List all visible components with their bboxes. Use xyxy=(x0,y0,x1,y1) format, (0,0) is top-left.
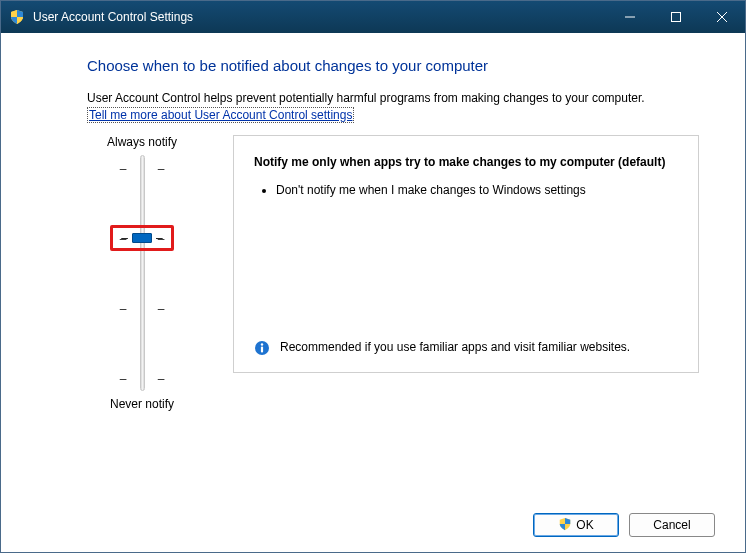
uac-shield-icon xyxy=(558,517,572,534)
svg-rect-6 xyxy=(261,346,263,352)
slider-track xyxy=(140,155,145,391)
maximize-button[interactable] xyxy=(653,1,699,33)
description-title: Notify me only when apps try to make cha… xyxy=(254,154,678,170)
slider-tick: –– xyxy=(119,373,165,385)
slider-top-label: Always notify xyxy=(107,135,177,149)
ok-button[interactable]: OK xyxy=(533,513,619,537)
svg-point-5 xyxy=(261,343,263,345)
minimize-button[interactable] xyxy=(607,1,653,33)
cancel-button[interactable]: Cancel xyxy=(629,513,715,537)
window-title: User Account Control Settings xyxy=(33,10,607,24)
notification-slider[interactable]: –– –– –– –– – – xyxy=(112,155,172,391)
slider-thumb-highlight: – – xyxy=(110,225,174,251)
info-icon xyxy=(254,340,270,356)
tick-mark: – xyxy=(156,231,163,245)
description-panel: Notify me only when apps try to make cha… xyxy=(233,135,699,373)
learn-more-link[interactable]: Tell me more about User Account Control … xyxy=(87,107,354,123)
footer: OK Cancel xyxy=(1,498,745,552)
svg-rect-1 xyxy=(672,13,681,22)
slider-column: Always notify –– –– –– –– – – Never noti… xyxy=(87,135,197,411)
close-button[interactable] xyxy=(699,1,745,33)
recommendation-text: Recommended if you use familiar apps and… xyxy=(280,339,630,356)
slider-tick: –– xyxy=(119,303,165,315)
description-list: Don't notify me when I make changes to W… xyxy=(276,182,678,205)
content-area: Choose when to be notified about changes… xyxy=(1,33,745,498)
slider-tick: –– xyxy=(119,163,165,175)
slider-thumb[interactable] xyxy=(132,233,152,243)
slider-bottom-label: Never notify xyxy=(110,397,174,411)
recommendation-row: Recommended if you use familiar apps and… xyxy=(254,339,678,356)
intro-text: User Account Control helps prevent poten… xyxy=(87,90,699,107)
page-heading: Choose when to be notified about changes… xyxy=(87,57,699,74)
titlebar: User Account Control Settings xyxy=(1,1,745,33)
body-row: Always notify –– –– –– –– – – Never noti… xyxy=(87,135,699,411)
ok-button-label: OK xyxy=(576,518,593,532)
description-bullet: Don't notify me when I make changes to W… xyxy=(276,182,678,199)
uac-shield-icon xyxy=(9,9,25,25)
tick-mark: – xyxy=(121,231,128,245)
cancel-button-label: Cancel xyxy=(653,518,690,532)
